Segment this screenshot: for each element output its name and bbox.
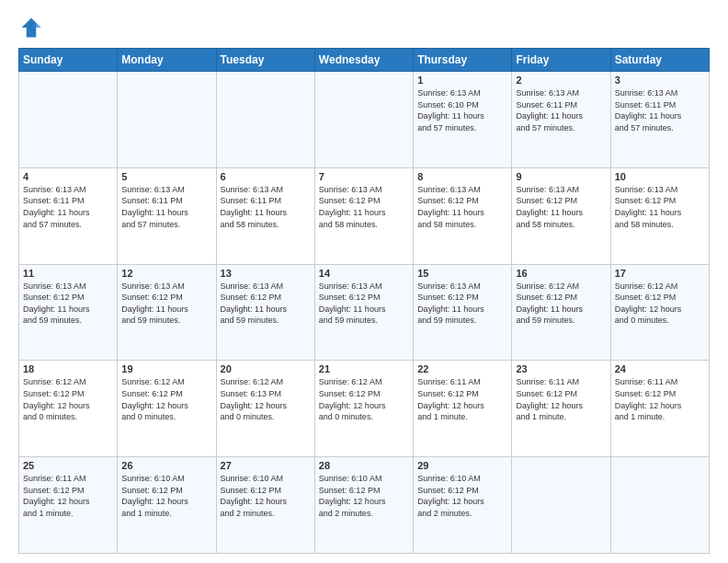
calendar-cell: 8Sunrise: 6:13 AM Sunset: 6:12 PM Daylig… bbox=[414, 167, 512, 264]
day-info: Sunrise: 6:13 AM Sunset: 6:12 PM Dayligh… bbox=[417, 281, 507, 327]
calendar-week-row: 1Sunrise: 6:13 AM Sunset: 6:10 PM Daylig… bbox=[19, 72, 710, 168]
day-number: 8 bbox=[417, 171, 507, 182]
logo bbox=[18, 15, 48, 40]
day-number: 16 bbox=[516, 268, 606, 279]
weekday-header: Wednesday bbox=[314, 49, 413, 72]
weekday-header: Thursday bbox=[414, 49, 512, 72]
day-info: Sunrise: 6:13 AM Sunset: 6:12 PM Dayligh… bbox=[121, 281, 211, 327]
calendar-cell: 18Sunrise: 6:12 AM Sunset: 6:12 PM Dayli… bbox=[19, 361, 118, 457]
calendar-cell bbox=[610, 457, 709, 554]
day-info: Sunrise: 6:13 AM Sunset: 6:12 PM Dayligh… bbox=[417, 184, 507, 230]
calendar-cell: 16Sunrise: 6:12 AM Sunset: 6:12 PM Dayli… bbox=[512, 264, 610, 361]
calendar-cell bbox=[216, 72, 314, 168]
page: SundayMondayTuesdayWednesdayThursdayFrid… bbox=[0, 0, 728, 563]
day-info: Sunrise: 6:10 AM Sunset: 6:12 PM Dayligh… bbox=[417, 473, 507, 519]
calendar-week-row: 25Sunrise: 6:11 AM Sunset: 6:12 PM Dayli… bbox=[19, 457, 710, 554]
calendar-cell: 2Sunrise: 6:13 AM Sunset: 6:11 PM Daylig… bbox=[512, 72, 610, 168]
day-number: 6 bbox=[221, 171, 311, 182]
day-info: Sunrise: 6:13 AM Sunset: 6:12 PM Dayligh… bbox=[23, 281, 113, 327]
day-info: Sunrise: 6:13 AM Sunset: 6:11 PM Dayligh… bbox=[121, 184, 211, 230]
day-number: 27 bbox=[221, 460, 311, 471]
day-info: Sunrise: 6:11 AM Sunset: 6:12 PM Dayligh… bbox=[23, 473, 113, 519]
calendar-cell: 6Sunrise: 6:13 AM Sunset: 6:11 PM Daylig… bbox=[216, 167, 314, 264]
weekday-header: Sunday bbox=[19, 49, 118, 72]
day-info: Sunrise: 6:10 AM Sunset: 6:12 PM Dayligh… bbox=[319, 473, 409, 519]
calendar-cell bbox=[314, 72, 413, 168]
day-number: 5 bbox=[121, 171, 211, 182]
day-number: 11 bbox=[23, 268, 113, 279]
calendar-cell: 15Sunrise: 6:13 AM Sunset: 6:12 PM Dayli… bbox=[414, 264, 512, 361]
day-number: 15 bbox=[417, 268, 507, 279]
day-info: Sunrise: 6:13 AM Sunset: 6:11 PM Dayligh… bbox=[615, 87, 705, 133]
day-number: 26 bbox=[121, 460, 211, 471]
day-info: Sunrise: 6:13 AM Sunset: 6:12 PM Dayligh… bbox=[221, 281, 311, 327]
logo-icon bbox=[18, 15, 44, 40]
svg-marker-1 bbox=[36, 23, 40, 28]
day-info: Sunrise: 6:13 AM Sunset: 6:12 PM Dayligh… bbox=[516, 184, 606, 230]
calendar-cell bbox=[512, 457, 610, 554]
calendar-cell: 20Sunrise: 6:12 AM Sunset: 6:13 PM Dayli… bbox=[216, 361, 314, 457]
calendar-cell: 29Sunrise: 6:10 AM Sunset: 6:12 PM Dayli… bbox=[414, 457, 512, 554]
calendar-cell: 14Sunrise: 6:13 AM Sunset: 6:12 PM Dayli… bbox=[314, 264, 413, 361]
day-info: Sunrise: 6:10 AM Sunset: 6:12 PM Dayligh… bbox=[121, 473, 211, 519]
day-info: Sunrise: 6:13 AM Sunset: 6:11 PM Dayligh… bbox=[516, 87, 606, 133]
weekday-header: Tuesday bbox=[216, 49, 314, 72]
day-info: Sunrise: 6:13 AM Sunset: 6:11 PM Dayligh… bbox=[221, 184, 311, 230]
day-info: Sunrise: 6:12 AM Sunset: 6:12 PM Dayligh… bbox=[615, 281, 705, 327]
calendar-cell: 12Sunrise: 6:13 AM Sunset: 6:12 PM Dayli… bbox=[118, 264, 216, 361]
calendar-cell: 23Sunrise: 6:11 AM Sunset: 6:12 PM Dayli… bbox=[512, 361, 610, 457]
day-info: Sunrise: 6:12 AM Sunset: 6:12 PM Dayligh… bbox=[121, 376, 211, 422]
day-info: Sunrise: 6:13 AM Sunset: 6:12 PM Dayligh… bbox=[319, 281, 409, 327]
day-number: 19 bbox=[121, 363, 211, 374]
calendar-week-row: 4Sunrise: 6:13 AM Sunset: 6:11 PM Daylig… bbox=[19, 167, 710, 264]
day-number: 18 bbox=[23, 363, 113, 374]
calendar-cell bbox=[19, 72, 118, 168]
day-info: Sunrise: 6:11 AM Sunset: 6:12 PM Dayligh… bbox=[516, 376, 606, 422]
day-info: Sunrise: 6:10 AM Sunset: 6:12 PM Dayligh… bbox=[221, 473, 311, 519]
day-number: 28 bbox=[319, 460, 409, 471]
day-number: 9 bbox=[516, 171, 606, 182]
weekday-header: Friday bbox=[512, 49, 610, 72]
calendar-cell: 17Sunrise: 6:12 AM Sunset: 6:12 PM Dayli… bbox=[610, 264, 709, 361]
day-info: Sunrise: 6:11 AM Sunset: 6:12 PM Dayligh… bbox=[615, 376, 705, 422]
day-info: Sunrise: 6:12 AM Sunset: 6:12 PM Dayligh… bbox=[516, 281, 606, 327]
calendar-cell: 10Sunrise: 6:13 AM Sunset: 6:12 PM Dayli… bbox=[610, 167, 709, 264]
day-info: Sunrise: 6:11 AM Sunset: 6:12 PM Dayligh… bbox=[417, 376, 507, 422]
calendar-cell bbox=[118, 72, 216, 168]
day-info: Sunrise: 6:13 AM Sunset: 6:11 PM Dayligh… bbox=[23, 184, 113, 230]
calendar-cell: 24Sunrise: 6:11 AM Sunset: 6:12 PM Dayli… bbox=[610, 361, 709, 457]
calendar-cell: 28Sunrise: 6:10 AM Sunset: 6:12 PM Dayli… bbox=[314, 457, 413, 554]
day-number: 10 bbox=[615, 171, 705, 182]
day-info: Sunrise: 6:12 AM Sunset: 6:13 PM Dayligh… bbox=[221, 376, 311, 422]
day-number: 14 bbox=[319, 268, 409, 279]
calendar-header-row: SundayMondayTuesdayWednesdayThursdayFrid… bbox=[19, 49, 710, 72]
calendar-cell: 1Sunrise: 6:13 AM Sunset: 6:10 PM Daylig… bbox=[414, 72, 512, 168]
day-number: 7 bbox=[319, 171, 409, 182]
day-info: Sunrise: 6:12 AM Sunset: 6:12 PM Dayligh… bbox=[23, 376, 113, 422]
calendar-cell: 3Sunrise: 6:13 AM Sunset: 6:11 PM Daylig… bbox=[610, 72, 709, 168]
day-number: 3 bbox=[615, 75, 705, 86]
calendar-cell: 7Sunrise: 6:13 AM Sunset: 6:12 PM Daylig… bbox=[314, 167, 413, 264]
calendar-cell: 4Sunrise: 6:13 AM Sunset: 6:11 PM Daylig… bbox=[19, 167, 118, 264]
day-number: 20 bbox=[221, 363, 311, 374]
calendar-cell: 13Sunrise: 6:13 AM Sunset: 6:12 PM Dayli… bbox=[216, 264, 314, 361]
calendar-cell: 21Sunrise: 6:12 AM Sunset: 6:12 PM Dayli… bbox=[314, 361, 413, 457]
calendar-body: 1Sunrise: 6:13 AM Sunset: 6:10 PM Daylig… bbox=[19, 72, 710, 554]
calendar-cell: 26Sunrise: 6:10 AM Sunset: 6:12 PM Dayli… bbox=[118, 457, 216, 554]
calendar-cell: 11Sunrise: 6:13 AM Sunset: 6:12 PM Dayli… bbox=[19, 264, 118, 361]
day-info: Sunrise: 6:13 AM Sunset: 6:12 PM Dayligh… bbox=[615, 184, 705, 230]
day-number: 12 bbox=[121, 268, 211, 279]
calendar-cell: 27Sunrise: 6:10 AM Sunset: 6:12 PM Dayli… bbox=[216, 457, 314, 554]
day-number: 13 bbox=[221, 268, 311, 279]
weekday-header: Saturday bbox=[610, 49, 709, 72]
day-info: Sunrise: 6:13 AM Sunset: 6:10 PM Dayligh… bbox=[417, 87, 507, 133]
day-number: 24 bbox=[615, 363, 705, 374]
calendar-cell: 9Sunrise: 6:13 AM Sunset: 6:12 PM Daylig… bbox=[512, 167, 610, 264]
day-number: 4 bbox=[23, 171, 113, 182]
day-number: 2 bbox=[516, 75, 606, 86]
day-number: 25 bbox=[23, 460, 113, 471]
day-number: 17 bbox=[615, 268, 705, 279]
header bbox=[18, 15, 710, 40]
day-number: 29 bbox=[417, 460, 507, 471]
calendar-table: SundayMondayTuesdayWednesdayThursdayFrid… bbox=[18, 48, 710, 554]
